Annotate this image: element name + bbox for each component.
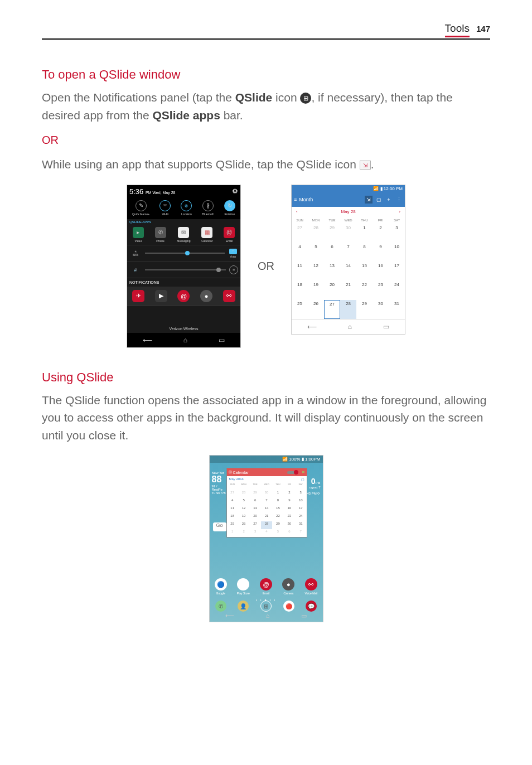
today-icon[interactable]: ▢ — [375, 197, 383, 202]
toggle-location[interactable]: ⎈Location — [181, 200, 192, 216]
dock-icon-2[interactable]: ▶ — [155, 290, 167, 302]
clock-widget[interactable]: 0PM ugust 7 45 PM ⟳ — [307, 477, 320, 495]
qslide-app-icon: ⇲ — [360, 161, 371, 170]
home-app-row: 🔵Google ▶Play Store @Email ●Camera ⚯Voic… — [210, 578, 323, 595]
nav-back-icon[interactable]: ⟵ — [225, 612, 234, 619]
menu-icon[interactable]: ≡ — [294, 197, 297, 202]
overlay-month-row: May 2014 ▢ — [227, 476, 307, 482]
notif-header: ⚙ 5:36 PM Wed, May 28 — [127, 185, 240, 198]
paragraph-qslide-icon: While using an app that supports QSlide,… — [42, 156, 490, 173]
view-label[interactable]: Month — [299, 197, 313, 202]
add-icon[interactable]: + — [385, 197, 393, 202]
brightness-slider[interactable] — [145, 253, 225, 254]
battery-icon: ▮ — [380, 186, 383, 191]
toggle-bluetooth[interactable]: ∦Bluetooth — [202, 200, 214, 216]
volume-icon: 🔊 — [129, 268, 142, 272]
overlay-day-names: SUNMONTUEWEDTHUFRISAT — [227, 482, 307, 490]
overlay-today-icon[interactable]: ▢ — [301, 477, 304, 481]
calendar-subheader: ‹ May 28 › — [292, 207, 405, 216]
screenshot-calendar-app: 📶 ▮ 12:00 PM ≡ Month ⇲ ▢ + ⋮ ‹ May 28 › … — [291, 185, 405, 335]
nav-home-icon[interactable]: ⌂ — [266, 612, 270, 619]
dock-icon-4[interactable]: ● — [200, 290, 212, 302]
bold-qslide: QSlide — [235, 91, 273, 104]
qslide-window-header[interactable]: ⊞ Calendar ✕ — [227, 468, 307, 476]
next-month-icon[interactable]: › — [399, 209, 400, 214]
qslide-app-messaging[interactable]: ✉Messaging — [177, 227, 190, 243]
overlay-calendar-grid[interactable]: 27282930123 45678910 11121314151617 1819… — [227, 490, 307, 537]
dock-icon-5[interactable]: ⚯ — [223, 290, 235, 302]
qslide-app-calendar[interactable]: ▦Calendar — [201, 227, 212, 243]
volume-settings-icon[interactable]: ≡ — [229, 265, 238, 274]
toggle-quickmemo[interactable]: ✎Quick Memo+ — [132, 200, 149, 216]
text-fragment: . — [371, 158, 374, 171]
section-title-using-qslide: Using QSlide — [42, 370, 490, 385]
volume-slider-row: 🔊 ≡ — [127, 262, 240, 278]
nav-home-icon[interactable]: ⌂ — [183, 336, 187, 344]
home-app-voicemail[interactable]: ⚯Voice Mail — [305, 578, 318, 595]
qslide-app-email[interactable]: @Email — [224, 227, 235, 243]
qslide-app-video[interactable]: ▸Video — [133, 227, 144, 243]
toggle-rotation[interactable]: ↻Rotation — [224, 200, 235, 216]
home-app-google[interactable]: 🔵Google — [215, 578, 227, 595]
time-suffix: PM Wed, May 28 — [146, 191, 176, 195]
qslide-window-title: Calendar — [233, 471, 249, 475]
status-bar: 📶 ▮ 12:00 PM — [292, 185, 405, 192]
notif-empty-area — [127, 306, 240, 322]
paragraph-using-qslide: The QSlide function opens the associated… — [42, 391, 490, 444]
dock-icon-1[interactable]: ✈ — [132, 290, 144, 302]
qslide-calendar-window[interactable]: ⊞ Calendar ✕ May 2014 ▢ SUNMONTUEWEDTHUF… — [226, 468, 307, 538]
nav-recent-icon[interactable]: ▭ — [301, 612, 307, 619]
calendar-grid[interactable]: 27282930123 45678910 11121314151617 1819… — [292, 224, 405, 319]
nav-bar: ⟵ ⌂ ▭ — [292, 319, 405, 334]
nav-home-icon[interactable]: ⌂ — [348, 323, 352, 331]
battery-icon: ▮ — [302, 457, 304, 462]
screenshot-qslide-overlay: 📶 100% ▮ 1:00PM New Yor 88 91 / RealFe T… — [209, 455, 323, 622]
google-search-button[interactable]: Go — [213, 522, 226, 531]
home-app-playstore[interactable]: ▶Play Store — [237, 578, 250, 595]
weather-widget[interactable]: New Yor 88 91 / RealFe Tu 90 /78 — [212, 471, 228, 495]
status-time: 1:00PM — [305, 457, 321, 462]
screenshot-notifications-panel: ⚙ 5:36 PM Wed, May 28 ✎Quick Memo+ ⌔Wi-F… — [127, 185, 241, 348]
or-label: OR — [42, 134, 490, 147]
calendar-header: ≡ Month ⇲ ▢ + ⋮ — [292, 192, 405, 207]
prev-month-icon[interactable]: ‹ — [296, 209, 298, 214]
qslide-apps-bar: ▸Video ✆Phone ✉Messaging ▦Calendar @Emai… — [127, 225, 240, 245]
qslide-close-icon[interactable]: ✕ — [302, 470, 305, 475]
brightness-icon: ☀60% — [129, 250, 142, 256]
figure-row-1: ⚙ 5:36 PM Wed, May 28 ✎Quick Memo+ ⌔Wi-F… — [42, 185, 490, 348]
home-app-email[interactable]: @Email — [260, 578, 272, 595]
nav-back-icon[interactable]: ⟵ — [307, 323, 317, 331]
nav-back-icon[interactable]: ⟵ — [143, 336, 152, 344]
text-fragment: icon — [272, 91, 300, 104]
brightness-auto[interactable]: ✓Auto — [228, 249, 238, 258]
volume-slider[interactable] — [145, 269, 226, 270]
status-time: 12:00 PM — [384, 186, 403, 191]
carrier-label: Verizon Wireless — [127, 322, 240, 333]
section-title-open-qslide: To open a QSlide window — [42, 67, 490, 82]
qslide-opacity-slider[interactable] — [287, 471, 298, 474]
text-fragment: bar. — [220, 109, 243, 122]
brightness-slider-row: ☀60% ✓Auto — [127, 245, 240, 262]
paragraph-open-qslide: Open the Notifications panel (tap the QS… — [42, 89, 490, 124]
battery-percent: 100% — [289, 457, 300, 462]
status-bar: 📶 100% ▮ 1:00PM — [210, 456, 323, 463]
overflow-icon[interactable]: ⋮ — [395, 197, 403, 202]
qslide-icon[interactable]: ⇲ — [365, 196, 373, 204]
nav-recent-icon[interactable]: ▭ — [219, 336, 225, 344]
dock-icon-3[interactable]: @ — [177, 290, 190, 302]
gear-icon[interactable]: ⚙ — [232, 187, 238, 195]
qslide-panel-icon: ⊞ — [300, 93, 311, 104]
qslide-grip-icon[interactable]: ⊞ — [229, 470, 232, 475]
signal-icon: 📶 — [282, 457, 288, 462]
toggle-wifi[interactable]: ⌔Wi-Fi — [159, 200, 171, 216]
home-app-camera[interactable]: ●Camera — [282, 578, 294, 595]
signal-icon: 📶 — [373, 186, 379, 191]
figure-or-label: OR — [258, 260, 274, 273]
nav-recent-icon[interactable]: ▭ — [383, 323, 389, 331]
time-value: 5:36 — [129, 187, 143, 196]
overlay-month-label: May 2014 — [229, 477, 244, 481]
qslide-apps-label: QSLIDE APPS — [127, 219, 240, 225]
qslide-app-phone[interactable]: ✆Phone — [155, 227, 166, 243]
notif-time: 5:36 PM Wed, May 28 — [129, 187, 176, 196]
notif-dock-row: ✈ ▶ @ ● ⚯ — [127, 287, 240, 306]
